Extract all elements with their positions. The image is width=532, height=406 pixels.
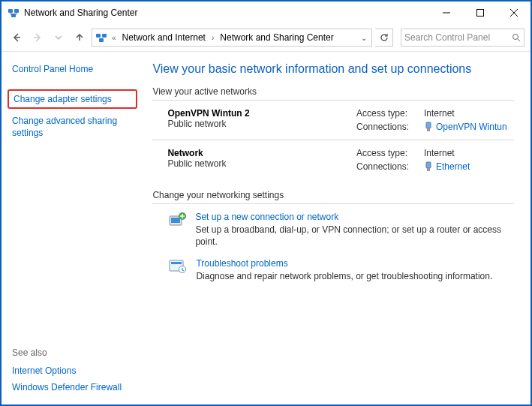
maximize-button[interactable]	[463, 2, 497, 24]
window: Network and Sharing Center	[0, 0, 532, 406]
search-placeholder: Search Control Panel	[404, 32, 512, 43]
network-center-icon	[8, 7, 20, 19]
sidebar: Control Panel Home Change adapter settin…	[2, 52, 143, 404]
change-adapter-settings-link[interactable]: Change adapter settings	[8, 89, 137, 109]
navbar: « Network and Internet › Network and Sha…	[2, 24, 530, 51]
troubleshoot-item: Troubleshoot problems Diagnose and repai…	[167, 258, 514, 282]
window-title: Network and Sharing Center	[24, 8, 137, 18]
svg-rect-4	[96, 34, 101, 38]
main-content: View your basic network information and …	[143, 52, 530, 404]
body: Control Panel Home Change adapter settin…	[2, 51, 530, 404]
svg-rect-0	[8, 9, 13, 13]
svg-rect-16	[171, 262, 182, 264]
svg-rect-11	[427, 168, 430, 171]
connection-link[interactable]: OpenVPN Wintun	[424, 122, 514, 132]
recent-locations-button[interactable]	[50, 29, 68, 47]
svg-rect-9	[427, 128, 430, 131]
new-connection-icon	[168, 212, 188, 228]
back-button[interactable]	[8, 29, 26, 47]
active-network-item: Network Public network Access type: Inte…	[167, 148, 514, 172]
access-type-label: Access type:	[356, 148, 424, 158]
svg-rect-13	[171, 218, 180, 223]
setup-connection-desc: Set up a broadband, dial-up, or VPN conn…	[195, 224, 514, 248]
svg-rect-3	[476, 10, 483, 17]
breadcrumb-item[interactable]: Network and Internet	[119, 32, 209, 43]
troubleshoot-icon	[168, 258, 188, 275]
connections-label: Connections:	[356, 122, 424, 132]
troubleshoot-link[interactable]: Troubleshoot problems	[196, 258, 492, 269]
connection-link[interactable]: Ethernet	[424, 161, 514, 172]
access-type-label: Access type:	[356, 108, 424, 119]
svg-point-7	[513, 35, 518, 40]
up-button[interactable]	[71, 29, 89, 47]
adapter-icon	[424, 122, 433, 132]
adapter-icon	[424, 161, 433, 172]
svg-rect-8	[426, 122, 431, 128]
page-title: View your basic network information and …	[152, 62, 514, 76]
divider	[152, 100, 514, 101]
control-panel-home-link[interactable]: Control Panel Home	[12, 61, 133, 77]
search-icon	[512, 33, 521, 42]
refresh-button[interactable]	[375, 29, 393, 47]
svg-rect-6	[99, 38, 104, 42]
active-networks-label: View your active networks	[152, 86, 514, 97]
svg-rect-1	[14, 9, 19, 13]
svg-rect-5	[102, 34, 107, 38]
divider	[152, 203, 514, 204]
search-input[interactable]: Search Control Panel	[401, 29, 524, 47]
close-button[interactable]	[497, 2, 530, 24]
change-advanced-sharing-link[interactable]: Change advanced sharing settings	[12, 112, 133, 142]
network-type: Public network	[167, 119, 356, 129]
breadcrumb-item[interactable]: Network and Sharing Center	[217, 32, 336, 43]
setup-connection-link[interactable]: Set up a new connection or network	[195, 212, 514, 222]
internet-options-link[interactable]: Internet Options	[12, 362, 133, 379]
network-name: Network	[167, 148, 356, 158]
troubleshoot-desc: Diagnose and repair network problems, or…	[196, 270, 492, 282]
connections-label: Connections:	[356, 161, 424, 172]
address-bar[interactable]: « Network and Internet › Network and Sha…	[92, 29, 372, 47]
change-settings-label: Change your networking settings	[152, 190, 514, 200]
minimize-button[interactable]	[429, 2, 463, 24]
network-name: OpenVPN Wintun 2	[167, 108, 356, 119]
access-type-value: Internet	[424, 108, 514, 119]
chevron-down-icon[interactable]: ⌄	[358, 34, 370, 42]
breadcrumb-overflow[interactable]: «	[110, 34, 118, 42]
chevron-right-icon[interactable]: ›	[210, 34, 215, 42]
setup-connection-item: Set up a new connection or network Set u…	[167, 212, 514, 248]
forward-button[interactable]	[29, 29, 47, 47]
divider	[152, 140, 514, 140]
network-center-icon	[95, 32, 107, 44]
titlebar: Network and Sharing Center	[2, 2, 530, 24]
windows-defender-firewall-link[interactable]: Windows Defender Firewall	[12, 379, 133, 395]
network-type: Public network	[167, 158, 356, 169]
active-network-item: OpenVPN Wintun 2 Public network Access t…	[167, 108, 514, 132]
see-also-label: See also	[12, 347, 133, 358]
svg-rect-10	[426, 162, 431, 168]
access-type-value: Internet	[424, 148, 514, 158]
